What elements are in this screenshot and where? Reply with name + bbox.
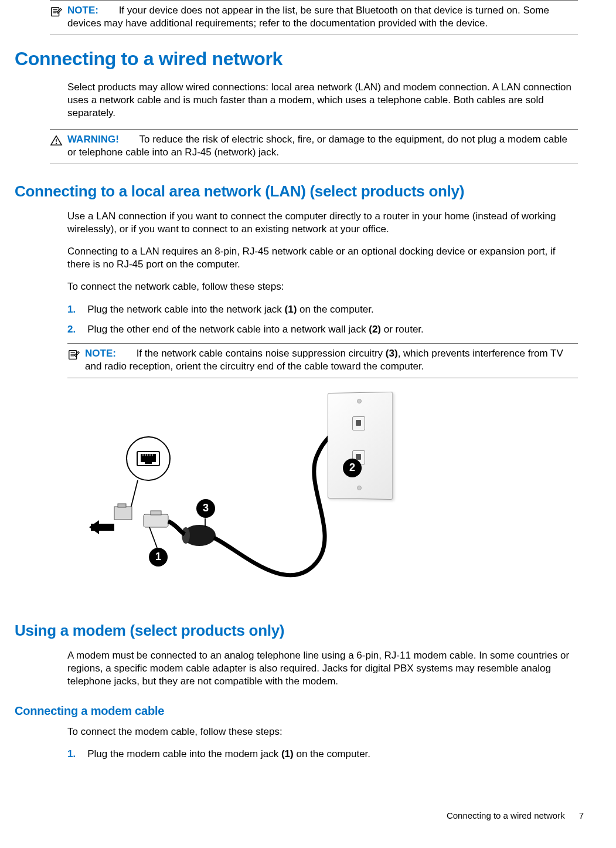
figure-lan-cable: 1 2 3 (88, 386, 416, 603)
warning-icon (50, 134, 63, 151)
note-body: NOTE: If your device does not appear in … (67, 4, 578, 30)
warning-label: WARNING! (67, 134, 119, 145)
step-text: Plug the network cable into the network … (87, 303, 578, 316)
lan-p3: To connect the network cable, follow the… (67, 280, 578, 293)
lan-p1: Use a LAN connection if you want to conn… (67, 210, 578, 236)
callout-marker-3: 3 (196, 499, 215, 518)
svg-line-10 (130, 480, 138, 511)
note-label: NOTE: (67, 5, 98, 16)
note-text: If the network cable contains noise supp… (85, 348, 563, 372)
lan-step-2: 2. Plug the other end of the network cab… (67, 323, 578, 336)
page: NOTE: If your device does not appear in … (0, 0, 616, 827)
lan-p2: Connecting to a LAN requires an 8-pin, R… (67, 245, 578, 271)
note-label: NOTE: (85, 348, 116, 359)
note-icon (50, 5, 63, 22)
svg-rect-11 (114, 507, 132, 520)
inset-jack-icon (126, 436, 171, 481)
warning-callout: WARNING! To reduce the risk of electric … (50, 129, 578, 164)
modem-p1: A modem must be connected to an analog t… (67, 649, 578, 688)
nested-note-body: NOTE: If the network cable contains nois… (85, 347, 578, 373)
svg-marker-13 (89, 520, 99, 534)
step-number: 1. (67, 303, 76, 316)
svg-point-5 (56, 143, 57, 144)
step-text: Plug the other end of the network cable … (87, 323, 578, 336)
nested-note-callout: NOTE: If the network cable contains nois… (67, 343, 578, 378)
svg-rect-14 (144, 514, 168, 527)
footer-title: Connecting to a wired network (447, 810, 565, 822)
note-text: If your device does not appear in the li… (67, 5, 549, 29)
note-callout: NOTE: If your device does not appear in … (50, 0, 578, 35)
note-icon (67, 348, 80, 365)
callout-marker-2: 2 (343, 459, 362, 477)
modem-p2: To connect the modem cable, follow these… (67, 725, 578, 738)
intro-paragraph: Select products may allow wired connecti… (67, 81, 578, 120)
page-footer: Connecting to a wired network 7 (447, 810, 584, 822)
heading-lan: Connecting to a local area network (LAN)… (15, 182, 578, 202)
step-text: Plug the modem cable into the modem jack… (87, 748, 578, 761)
heading-wired-network: Connecting to a wired network (15, 47, 578, 72)
callout-marker-1: 1 (149, 548, 168, 567)
svg-rect-12 (118, 504, 126, 507)
heading-modem: Using a modem (select products only) (15, 621, 578, 641)
warning-body: WARNING! To reduce the risk of electric … (67, 133, 578, 159)
step-number: 1. (67, 748, 76, 761)
wall-jack-plate (328, 392, 393, 500)
lan-step-1: 1. Plug the network cable into the netwo… (67, 303, 578, 316)
heading-modem-cable: Connecting a modem cable (15, 703, 578, 718)
footer-page-number: 7 (579, 810, 584, 822)
warning-text: To reduce the risk of electric shock, fi… (67, 134, 567, 158)
modem-step-1: 1. Plug the modem cable into the modem j… (67, 748, 578, 761)
svg-rect-15 (151, 511, 161, 515)
svg-rect-28 (145, 461, 152, 464)
step-number: 2. (67, 323, 76, 336)
svg-line-20 (149, 527, 157, 548)
